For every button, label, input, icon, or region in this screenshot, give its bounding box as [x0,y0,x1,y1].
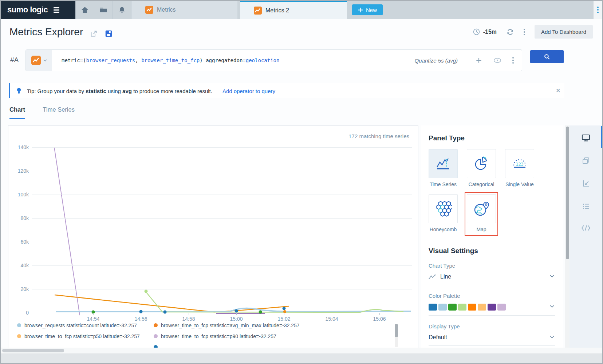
query-type-selector[interactable] [26,50,52,71]
run-search-button[interactable] [530,50,564,63]
series-green-line [146,292,403,312]
tip-text: Tip: Group your data by statistic using … [27,88,212,94]
logo-text: sumo logic [7,5,48,15]
svg-text:123: 123 [516,162,524,167]
query-section: #A metric=(browser_requests, browser_tim… [1,45,602,83]
palette-swatch [448,304,457,311]
x-axis-tick-label: 15:06 [367,316,391,322]
legend-scrollbar[interactable] [395,324,398,347]
metrics-tab-icon [254,7,262,15]
horizontal-scrollbar-thumb[interactable] [2,349,64,352]
panel-type-map-highlight: Map [465,192,498,236]
panel-type-time-series[interactable]: Time Series [429,149,458,187]
main-content: 172 matching time series browser_request… [1,121,602,348]
chart-panel: 172 matching time series browser_request… [8,125,418,349]
palette-swatch [478,304,486,311]
metrics-tab-icon [145,6,153,14]
tab-metrics-2[interactable]: Metrics 2 [240,1,347,19]
close-icon[interactable]: ✕ [556,88,561,94]
palette-swatch [468,304,476,311]
gridline [32,218,412,219]
time-range-clock-icon[interactable] [473,28,480,36]
topbar-overflow-button[interactable] [594,1,602,19]
palette-swatch [497,304,506,311]
list-icon [582,202,590,211]
alerts-button[interactable] [113,1,131,19]
panel-scrollbar-thumb[interactable] [566,127,569,259]
chart-type-select[interactable]: Line [429,273,555,285]
panel-type-honeycomb[interactable]: Honeycomb [429,194,458,232]
palette-swatch [488,304,496,311]
tab-chart[interactable]: Chart [9,106,25,119]
legend-text: browser_requests statistic=count latitud… [24,323,137,328]
legend-scrollbar-thumb[interactable] [395,324,398,337]
tab-time-series[interactable]: Time Series [43,106,75,118]
bottom-strip [1,348,602,363]
header-more-options[interactable] [524,29,525,35]
visual-settings-heading: Visual Settings [429,247,563,255]
save-icon[interactable] [105,30,113,37]
tip-banner-row: Tip: Group your data by statistic using … [1,83,602,99]
panel-type-categorical[interactable]: Categorical [467,149,496,187]
legend-item[interactable]: browser_time_to_fcp statistic=p90 latitu… [154,333,276,339]
data-point [145,290,148,293]
legend-item[interactable]: browser_requests statistic=count latitud… [17,323,154,328]
home-button[interactable] [75,1,94,19]
line-chart-type-icon [429,274,436,279]
library-button[interactable] [94,1,113,19]
add-operator-link[interactable]: Add operator to query [222,88,275,94]
legend-row: browser_time_to_fcp statistic=p50 latitu… [17,333,389,339]
line-chart[interactable] [32,144,412,317]
folder-icon [99,5,108,14]
right-toolbar [570,125,602,349]
panel-type-single-value[interactable]: 123 Single Value [505,149,534,187]
time-series-icon [434,155,452,172]
query-input[interactable]: metric=(browser_requests, browser_time_t… [62,57,279,63]
y-axis-tick-label: 60k [8,239,29,245]
query-more-options[interactable] [512,57,514,64]
tab-metrics[interactable]: Metrics [131,1,237,19]
refresh-icon[interactable] [506,28,514,36]
gridline [32,242,412,242]
axes-tool-button[interactable] [570,179,602,188]
add-to-dashboard-button[interactable]: Add To Dashboard [535,25,593,39]
tab-label: Metrics 2 [265,7,289,14]
metrics-query-icon [31,56,41,65]
x-axis-tick [93,313,94,315]
y-axis-tick-label: 140k [8,144,29,150]
y-axis-tick-label: 120k [8,168,29,174]
add-query-row-icon[interactable] [475,57,482,64]
overlay-tool-button[interactable] [570,156,602,165]
panel-type-map[interactable]: Map [467,194,496,232]
chevron-down-icon [550,305,554,308]
color-palette-select[interactable] [429,304,555,316]
chevron-down-icon [43,59,47,61]
x-axis-tick [332,313,332,315]
eye-icon[interactable] [493,57,501,63]
color-palette-label: Color Palette [429,293,555,299]
panel-type-row-1: Time Series Categorical [429,149,563,187]
legend-row: browser_requests statistic=count latitud… [17,322,389,328]
legend-item[interactable]: browser_time_to_fcp statistic=avg_min_ma… [154,323,300,328]
legend-dot [17,334,21,338]
y-axis-tick-label: 100k [8,192,29,197]
display-tool-button[interactable] [570,133,602,142]
new-button-label: New [366,7,377,13]
new-tab-button[interactable]: New [352,4,383,15]
legend-tool-button[interactable] [570,202,602,211]
home-icon [80,5,89,14]
page-title: Metrics Explorer [9,26,83,38]
legend-dot [17,323,21,327]
panel-scrollbar[interactable] [565,125,570,349]
code-tool-button[interactable] [570,224,602,232]
time-range-value[interactable]: -15m [483,29,497,35]
panel-type-heading: Panel Type [429,134,563,142]
horizontal-scrollbar[interactable] [1,348,602,354]
tab-label: Metrics [157,7,176,13]
panel-type-row-2: Honeycomb Map [429,194,563,236]
hamburger-menu-icon[interactable] [54,7,59,13]
legend-item[interactable]: browser_time_to_fcp statistic=p50 latitu… [17,333,154,339]
series-p90-line [54,147,80,315]
share-icon[interactable] [90,30,98,37]
display-type-select[interactable]: Default [429,334,555,346]
